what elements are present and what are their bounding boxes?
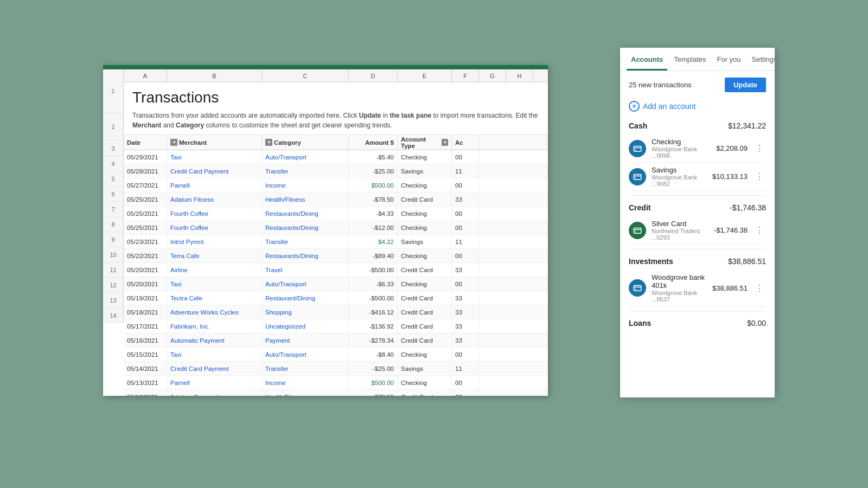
cell-acc: 00 [452,178,479,192]
cell-merchant[interactable]: Credit Card Payment [167,362,262,375]
cell-category[interactable]: Income [262,178,349,192]
cell-merchant[interactable]: Tectra Cafe [167,291,262,305]
cell-date: 05/16/2021 [124,333,167,347]
cell-date: 05/25/2021 [124,221,167,234]
cell-category[interactable]: Income [262,376,349,389]
cell-date: 05/19/2021 [124,291,167,305]
cell-category[interactable]: Transfer [262,235,349,248]
cell-actype: Checking [398,348,452,361]
cell-category[interactable]: Transfer [262,164,349,178]
cell-actype: Checking [398,150,452,164]
cell-merchant[interactable]: Airline [167,263,262,277]
row-num-3: 3 [103,141,123,156]
account-icon [629,279,646,297]
cell-acc: 11 [452,164,479,178]
cell-date: 05/13/2021 [124,376,167,389]
tab-settings[interactable]: Settings [748,48,775,70]
tab-templates[interactable]: Templates [669,48,710,70]
account-menu-dots[interactable]: ⋮ [753,225,766,235]
cell-actype: Checking [398,277,452,291]
cell-merchant[interactable]: Intrst Pymnt [167,235,262,248]
table-row: 05/27/2021 Parnell Income $500.00 Checki… [124,178,548,192]
cell-date: 05/20/2021 [124,263,167,277]
svg-point-3 [635,177,636,178]
th-date: Date [124,135,167,150]
col-h: H [506,69,533,82]
table-row: 05/25/2021 Adatum Fitness Health/Fitness… [124,192,548,207]
section-title: Loans [629,319,651,328]
cell-merchant[interactable]: Fabrikam, Inc. [167,319,262,333]
row-num-9: 9 [103,232,123,247]
svg-point-5 [635,231,636,232]
cell-merchant[interactable]: Adatum Fitness [167,192,262,206]
cell-actype: Credit Card [398,319,452,333]
cell-category[interactable]: Shopping [262,305,349,319]
cell-category[interactable]: Payment [262,333,349,347]
update-row: 25 new transactions Update [629,78,766,92]
cell-merchant[interactable]: Fourth Coffee [167,207,262,220]
cell-acc: 33 [452,263,479,277]
cell-acc: 00 [452,221,479,234]
section-divider [629,195,766,196]
row-num-4: 4 [103,156,123,171]
excel-window: A B C D E F G H 1 2 3 4 5 6 7 8 9 10 11 … [103,65,548,396]
cell-category[interactable]: Auto/Transport [262,348,349,361]
account-sub: Northwind Traders ...0293 [652,228,709,241]
cell-merchant[interactable]: Taxi [167,150,262,164]
cell-actype: Savings [398,164,452,178]
section-header: Credit -$1,746.38 [629,203,766,212]
cell-merchant[interactable]: Automatic Payment [167,333,262,347]
account-amount: -$1,746.38 [714,226,748,234]
cell-category[interactable]: Auto/Transport [262,277,349,291]
svg-rect-0 [634,146,641,151]
cell-category[interactable]: Health/Fitness [262,192,349,206]
cell-merchant[interactable]: Terra Cafe [167,249,262,262]
cell-actype: Checking [398,249,452,262]
table-row: 05/29/2021 Taxi Auto/Transport -$5.40 Ch… [124,150,548,164]
update-button[interactable]: Update [725,78,766,92]
cell-category[interactable]: Restaurant/Dining [262,291,349,305]
cell-merchant[interactable]: Taxi [167,277,262,291]
add-account-row[interactable]: + Add an account [629,101,766,112]
cell-amount: -$25.00 [349,164,398,178]
account-item: Silver Card Northwind Traders ...0293 -$… [629,216,766,245]
tab-accounts[interactable]: Accounts [627,48,667,70]
cell-category[interactable]: Restaurants/Dining [262,207,349,220]
table-header: Date ▾Merchant ▾Category Amount $ Accoun… [124,135,548,150]
cell-merchant[interactable]: Adventure Works Cycles [167,305,262,319]
filter-icon-category: ▾ [265,139,272,146]
cell-acc: 11 [452,362,479,375]
cell-merchant[interactable]: Credit Card Payment [167,164,262,178]
cell-acc: 00 [452,207,479,220]
cell-merchant[interactable]: Taxi [167,348,262,361]
tab-for-you[interactable]: For you [712,48,745,70]
section-title: Credit [629,203,650,212]
row-num-12: 12 [103,278,123,293]
account-menu-dots[interactable]: ⋮ [753,143,766,153]
col-f: F [452,69,479,82]
cell-category[interactable]: Auto/Transport [262,150,349,164]
cell-amount: $500.00 [349,376,398,389]
col-a: A [124,69,167,82]
col-d: D [349,69,398,82]
account-menu-dots[interactable]: ⋮ [753,171,766,182]
cell-category[interactable]: Restaurants/Dining [262,249,349,262]
cell-merchant[interactable]: Parnell [167,178,262,192]
svg-rect-2 [634,174,641,179]
cell-merchant[interactable]: Fourth Coffee [167,221,262,234]
cell-date: 05/15/2021 [124,348,167,361]
cell-merchant[interactable]: Parnell [167,376,262,389]
cell-category[interactable]: Uncategorized [262,319,349,333]
cell-amount: -$5.40 [349,150,398,164]
section-total: -$1,746.38 [730,203,766,212]
add-account-label: Add an account [643,102,695,111]
table-row: 05/17/2021 Fabrikam, Inc. Uncategorized … [124,319,548,333]
cell-category[interactable]: Travel [262,263,349,277]
cell-merchant[interactable]: Adatum Corporation [167,390,262,396]
account-info: Savings Woodgrove Bank ...9082 [652,166,707,187]
cell-category[interactable]: Transfer [262,362,349,375]
cell-category[interactable]: Restaurants/Dining [262,221,349,234]
cell-acc: 00 [452,348,479,361]
account-menu-dots[interactable]: ⋮ [753,283,766,293]
cell-category[interactable]: Health/Fitness [262,390,349,396]
